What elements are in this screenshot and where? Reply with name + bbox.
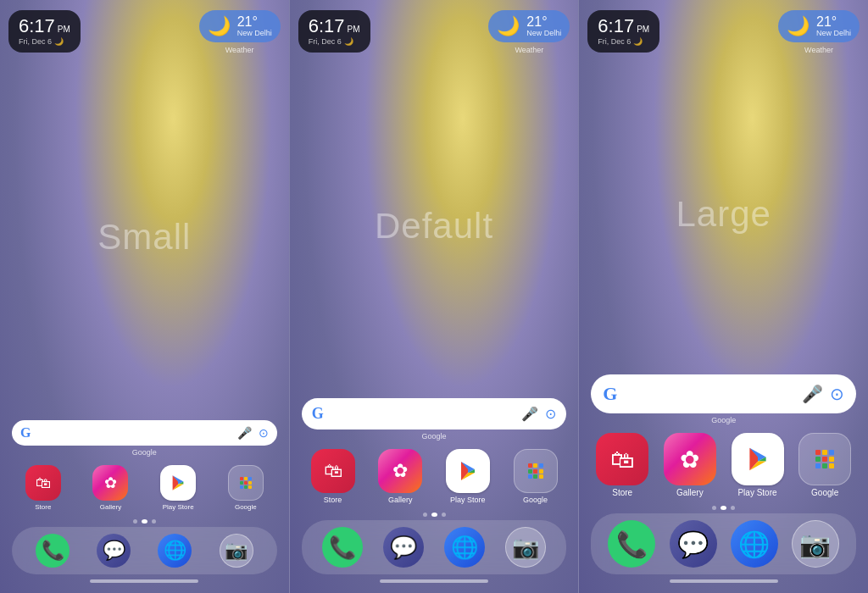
lens-icon[interactable]: ⊙ [830,384,844,404]
clock-time: 6:17 PM [309,17,360,36]
home-indicator [380,579,488,583]
microphone-icon[interactable]: 🎤 [237,426,252,440]
lens-icon[interactable]: ⊙ [545,406,556,422]
clock-time: 6:17 PM [19,17,70,36]
app-item-google[interactable]: Google [214,465,277,511]
app-item-store[interactable]: 🛍Store [591,433,654,497]
phone-screen-small: 6:17 PM Fri, Dec 6 🌙 🌙 21° New Delhi Wea… [0,0,290,593]
weather-label: Weather [804,46,833,54]
app-label-google: Google [504,496,567,504]
app-item-store[interactable]: 🛍Store [302,449,364,504]
store-app-icon[interactable]: 🛍 [311,449,355,493]
google-app-icon[interactable] [514,449,558,493]
lens-icon[interactable]: ⊙ [259,426,269,440]
page-dot-1[interactable] [142,519,147,524]
gallery-app-icon[interactable]: ✿ [92,465,128,501]
internet-dock-icon[interactable]: 🌐 [444,527,485,568]
page-dots [8,519,281,524]
phone-screen-default: 6:17 PM Fri, Dec 6 🌙 🌙 21° New Delhi Wea… [290,0,580,593]
search-bar[interactable]: G🎤⊙ [302,398,567,430]
page-dot-2[interactable] [442,513,446,517]
app-item-playstore[interactable]: Play Store [437,449,499,504]
weather-temp: 21° [526,15,561,29]
app-grid: 🛍Store✿GalleryPlay StoreGoogle [302,449,567,504]
app-label-google: Google [214,503,277,511]
weather-city: New Delhi [816,29,851,37]
store-app-icon[interactable]: 🛍 [596,433,648,485]
weather-moon-icon: 🌙 [497,15,520,37]
app-label-store: Store [302,496,364,504]
camera-dock-icon[interactable]: 📷 [505,527,546,568]
camera-dock-icon[interactable]: 📷 [220,534,253,568]
app-item-gallery[interactable]: ✿Gallery [659,433,721,497]
playstore-app-icon[interactable] [160,465,196,501]
page-dot-1[interactable] [721,506,726,510]
app-item-playstore[interactable]: Play Store [147,465,209,511]
clock-ampm: PM [58,25,70,34]
app-item-store[interactable]: 🛍Store [12,465,75,511]
app-item-playstore[interactable]: Play Store [726,433,789,497]
google-g-icon: G [312,405,324,423]
internet-dock-icon[interactable]: 🌐 [731,520,778,568]
page-dots [298,513,570,517]
weather-info: 21° New Delhi [237,15,272,37]
google-app-icon[interactable] [228,465,264,501]
search-bar[interactable]: G🎤⊙ [12,420,277,446]
clock-widget[interactable]: 6:17 PM Fri, Dec 6 🌙 [298,10,370,53]
page-dot-0[interactable] [423,513,427,517]
weather-widget[interactable]: 🌙 21° New Delhi [199,10,281,42]
gallery-app-icon[interactable]: ✿ [664,433,716,485]
app-dock: 📞💬🌐📷 [591,513,856,574]
weather-moon-icon: 🌙 [787,15,810,37]
google-g-icon: G [20,425,31,441]
store-app-icon[interactable]: 🛍 [25,465,61,501]
home-indicator [670,579,778,583]
phone-dock-icon[interactable]: 📞 [36,534,70,568]
phone-dock-icon[interactable]: 📞 [322,527,363,568]
google-grid-icon [526,461,546,481]
page-dots [587,506,860,510]
weather-label: Weather [515,46,543,54]
search-label: Google [587,416,860,424]
app-label-store: Store [12,503,75,511]
phone-dock-icon[interactable]: 📞 [608,520,655,568]
playstore-app-icon[interactable] [446,449,490,493]
clock-date: Fri, Dec 6 🌙 [19,37,70,46]
weather-widget[interactable]: 🌙 21° New Delhi [778,10,860,42]
internet-dock-icon[interactable]: 🌐 [158,534,192,568]
message-dock-icon[interactable]: 💬 [383,527,424,568]
microphone-icon[interactable]: 🎤 [521,406,538,422]
playstore-app-icon[interactable] [732,433,784,485]
weather-widget[interactable]: 🌙 21° New Delhi [488,10,570,42]
page-dot-2[interactable] [152,519,156,524]
search-bar[interactable]: G🎤⊙ [591,374,856,413]
camera-dock-icon[interactable]: 📷 [792,520,839,568]
app-dock: 📞💬🌐📷 [12,527,277,574]
clock-time: 6:17 PM [598,17,649,36]
phone-screen-large: 6:17 PM Fri, Dec 6 🌙 🌙 21° New Delhi Wea… [579,0,868,593]
clock-hour: 6:17 [309,17,345,36]
message-dock-icon[interactable]: 💬 [670,520,717,568]
message-dock-icon[interactable]: 💬 [97,534,131,568]
home-indicator [90,579,198,583]
clock-date: Fri, Dec 6 🌙 [309,37,360,46]
app-label-playstore: Play Store [147,503,209,511]
google-app-icon[interactable] [798,433,851,485]
app-item-google[interactable]: Google [504,449,567,504]
size-label: Small [8,54,281,420]
page-dot-2[interactable] [731,506,735,510]
microphone-icon[interactable]: 🎤 [802,384,823,404]
page-dot-1[interactable] [431,513,437,517]
app-label-gallery: Gallery [80,503,142,511]
page-dot-0[interactable] [712,506,716,510]
app-item-google[interactable]: Google [793,433,856,497]
clock-widget[interactable]: 6:17 PM Fri, Dec 6 🌙 [587,10,659,53]
page-dot-0[interactable] [133,519,137,524]
clock-widget[interactable]: 6:17 PM Fri, Dec 6 🌙 [8,10,81,53]
app-item-gallery[interactable]: ✿Gallery [369,449,431,504]
app-label-playstore: Play Store [726,488,789,497]
app-item-gallery[interactable]: ✿Gallery [80,465,142,511]
weather-city: New Delhi [526,29,561,37]
clock-hour: 6:17 [19,17,55,36]
gallery-app-icon[interactable]: ✿ [378,449,422,493]
